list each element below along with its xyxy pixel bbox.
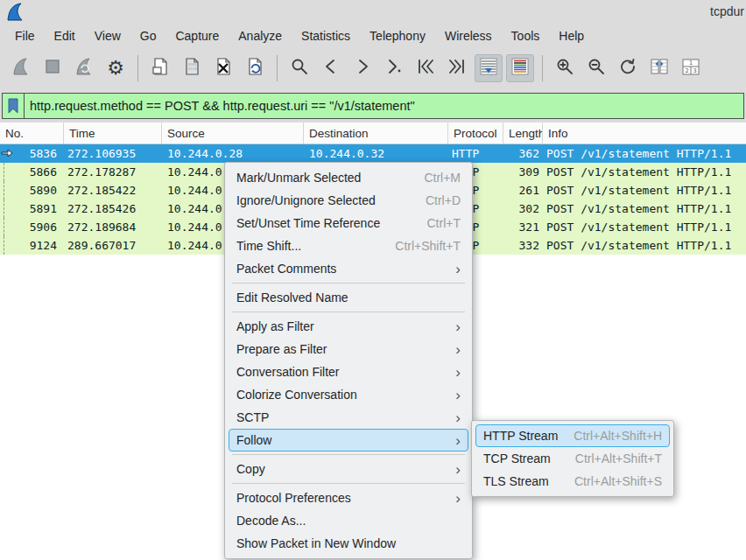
menu-go[interactable]: Go (130, 26, 166, 46)
column-header-destination[interactable]: Destination (304, 122, 448, 144)
context-menu-item-ignore-unignore-selected[interactable]: Ignore/Unignore SelectedCtrl+D (229, 189, 468, 212)
find-packet-button[interactable] (285, 54, 313, 82)
save-file-button[interactable]: 01010110 (178, 54, 206, 82)
cell-no: 5890 (25, 184, 64, 197)
menu-help[interactable]: Help (549, 26, 594, 46)
follow-submenu-item-tcp-stream[interactable]: TCP StreamCtrl+Alt+Shift+T (475, 447, 670, 470)
row-gutter (0, 144, 25, 163)
open-file-button[interactable] (146, 54, 174, 82)
menu-item-label: Mark/Unmark Selected (236, 171, 361, 185)
menu-item-label: Time Shift... (236, 239, 301, 253)
reload-file-icon (245, 57, 264, 80)
submenu-arrow-icon: › (440, 365, 461, 380)
column-header-protocol[interactable]: Protocol (448, 122, 503, 144)
first-packet-button[interactable] (412, 54, 440, 82)
context-menu-item-decode-as[interactable]: Decode As... (229, 509, 468, 532)
close-file-icon (214, 57, 233, 80)
menu-wireless[interactable]: Wireless (435, 26, 502, 46)
column-header-source[interactable]: Source (162, 122, 304, 144)
menu-analyze[interactable]: Analyze (229, 26, 292, 46)
save-file-icon: 01010110 (182, 57, 201, 80)
stop-capture-button[interactable] (39, 54, 67, 82)
zoom-out-icon (587, 57, 606, 80)
zoom-in-button[interactable] (551, 54, 579, 82)
find-packet-icon (290, 57, 309, 80)
cell-info: POST /v1/statement HTTP/1.1 (543, 147, 746, 160)
autoscroll-icon (479, 57, 498, 80)
zoom-out-button[interactable] (582, 54, 610, 82)
cell-no: 5891 (25, 202, 64, 215)
start-capture-button[interactable] (7, 54, 35, 82)
context-menu-item-conversation-filter[interactable]: Conversation Filter› (229, 360, 468, 383)
context-menu-item-apply-as-filter[interactable]: Apply as Filter› (229, 315, 468, 338)
resize-columns-button[interactable] (645, 54, 673, 82)
bookmark-icon[interactable] (3, 94, 25, 118)
menu-capture[interactable]: Capture (165, 26, 229, 46)
column-header-length[interactable]: Length (503, 122, 543, 144)
reload-file-button[interactable] (241, 54, 269, 82)
menu-item-label: Prepare as Filter (236, 342, 327, 356)
previous-packet-button[interactable] (317, 54, 345, 82)
menu-item-label: Apply as Filter (236, 319, 314, 333)
menu-item-label: Show Packet in New Window (236, 536, 396, 550)
context-menu-item-edit-resolved-name[interactable]: Edit Resolved Name (229, 286, 468, 309)
display-filter-field[interactable] (2, 93, 744, 119)
capture-options-button[interactable]: ⚙ (102, 54, 130, 82)
context-menu-item-protocol-preferences[interactable]: Protocol Preferences› (229, 486, 468, 509)
menu-statistics[interactable]: Statistics (292, 26, 360, 46)
menu-item-label: Colorize Conversation (236, 388, 357, 402)
menu-item-label: Set/Unset Time Reference (236, 216, 380, 230)
capture-options-icon: ⚙ (107, 59, 124, 78)
menu-tools[interactable]: Tools (502, 26, 550, 46)
menu-telephony[interactable]: Telephony (360, 26, 435, 46)
context-menu-item-show-packet-in-new-window[interactable]: Show Packet in New Window (229, 532, 468, 555)
zoom-reset-button[interactable] (614, 54, 642, 82)
next-packet-button[interactable] (348, 54, 377, 82)
zoom-reset-icon (618, 57, 637, 80)
row-gutter (0, 200, 25, 218)
column-header-time[interactable]: Time (64, 122, 162, 144)
menu-item-label: Ignore/Unignore Selected (236, 193, 376, 207)
menu-separator (232, 454, 465, 455)
close-file-button[interactable] (209, 54, 237, 82)
context-menu-item-set-unset-time-reference[interactable]: Set/Unset Time ReferenceCtrl+T (229, 212, 468, 234)
goto-packet-button[interactable] (380, 54, 408, 82)
menu-item-shortcut: Ctrl+Alt+Shift+H (558, 429, 662, 443)
column-header-no[interactable]: No. (0, 122, 64, 144)
colorize-button[interactable] (506, 54, 534, 82)
last-packet-button[interactable] (443, 54, 471, 82)
filter-bar (0, 89, 746, 122)
context-menu-item-prepare-as-filter[interactable]: Prepare as Filter› (229, 338, 468, 360)
context-menu-item-mark-unmark-selected[interactable]: Mark/Unmark SelectedCtrl+M (229, 166, 468, 189)
menu-item-shortcut: Ctrl+T (412, 216, 461, 230)
context-menu-item-copy[interactable]: Copy› (229, 458, 468, 480)
menu-edit[interactable]: Edit (45, 26, 85, 46)
restart-capture-button[interactable] (70, 54, 98, 82)
menu-separator (232, 312, 465, 312)
title-bar: tcpdur (0, 0, 746, 24)
autoscroll-button[interactable] (475, 54, 503, 82)
toolbar-separator (542, 55, 543, 81)
menu-view[interactable]: View (85, 26, 130, 46)
submenu-arrow-icon: › (440, 491, 461, 506)
main-toolbar: ⚙01010110123 (0, 47, 746, 89)
follow-submenu: HTTP StreamCtrl+Alt+Shift+HTCP StreamCtr… (471, 420, 674, 497)
context-menu-item-colorize-conversation[interactable]: Colorize Conversation› (229, 383, 468, 406)
menu-file[interactable]: File (5, 26, 45, 46)
context-menu-item-sctp[interactable]: SCTP› (229, 406, 468, 429)
column-header-info[interactable]: Info (543, 122, 746, 144)
menu-item-shortcut: Ctrl+D (410, 193, 461, 207)
context-menu-item-packet-comments[interactable]: Packet Comments› (229, 257, 468, 280)
stop-capture-icon (43, 57, 62, 80)
layout-button[interactable]: 123 (677, 54, 705, 82)
colorize-icon (510, 57, 530, 80)
display-filter-input[interactable] (25, 94, 743, 118)
packet-row[interactable]: 5836272.10693510.244.0.2810.244.0.32HTTP… (0, 144, 746, 163)
row-gutter (0, 163, 25, 181)
toolbar-separator (137, 55, 138, 81)
context-menu-item-time-shift[interactable]: Time Shift...Ctrl+Shift+T (229, 234, 468, 257)
follow-submenu-item-tls-stream[interactable]: TLS StreamCtrl+Alt+Shift+S (475, 470, 670, 493)
context-menu-item-follow[interactable]: Follow› (229, 429, 468, 452)
follow-submenu-item-http-stream[interactable]: HTTP StreamCtrl+Alt+Shift+H (475, 424, 670, 447)
toolbar-separator (277, 55, 278, 81)
